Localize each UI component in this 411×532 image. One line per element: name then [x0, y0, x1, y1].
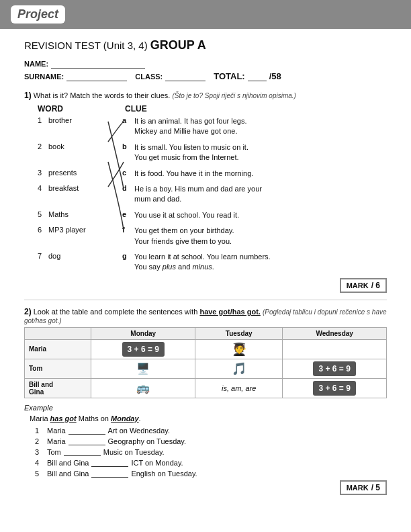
- total-value: /58: [269, 71, 281, 81]
- list-item: 2 Maria Geography on Tuesday.: [35, 437, 387, 445]
- billgina-monday: 🚌: [91, 378, 195, 398]
- surname-group: SURNAME:: [24, 72, 127, 81]
- sentence-text-before: Maria: [47, 437, 66, 445]
- fill-blank[interactable]: [91, 470, 128, 478]
- test-title: REVISION TEST (Unit 3, 4) GROUP A: [24, 38, 387, 52]
- billgina-tuesday: is, am, are: [195, 378, 283, 398]
- q1-number: 1): [24, 91, 32, 100]
- item-num: 1: [38, 116, 48, 124]
- item-word: MP3 player: [48, 226, 122, 234]
- total-group: TOTAL: /58: [214, 71, 281, 81]
- sentence-list: 1 Maria Art on Wednesday. 2 Maria Geogra…: [24, 427, 387, 478]
- clue-column-header: CLUE: [125, 104, 147, 114]
- item-word: brother: [48, 116, 122, 124]
- list-item: 3 Tom Music on Tuesday.: [35, 448, 387, 456]
- item-word: dog: [48, 252, 122, 260]
- table-header-wednesday: Wednesday: [283, 327, 387, 339]
- list-item: 1 brother a It is an animal. It has got …: [38, 116, 387, 137]
- item-num: 2: [38, 142, 48, 150]
- maria-monday: 3 + 6 = 9: [91, 339, 195, 359]
- list-item: 3 presents c It is food. You have it in …: [38, 169, 387, 179]
- sentence-text-after: Music on Tuesday.: [103, 448, 165, 456]
- item-word: presents: [48, 169, 122, 177]
- example-has-got: has got: [50, 414, 77, 423]
- fill-blank[interactable]: [64, 448, 101, 456]
- matching-container: 1 brother a It is an animal. It has got …: [24, 116, 387, 273]
- sentence-text-after: ICT on Monday.: [131, 459, 183, 467]
- schedule-table: Monday Tuesday Wednesday Maria 3 + 6 = 9…: [24, 327, 387, 398]
- item-word: breakfast: [48, 184, 122, 192]
- item-num: 3: [38, 169, 48, 177]
- q2-mark-value: / 5: [371, 483, 380, 492]
- is-am-are-text: is, am, are: [222, 384, 256, 392]
- billgina-wednesday: 3 + 6 = 9: [283, 378, 387, 398]
- item-letter: d: [122, 184, 134, 192]
- fill-blank[interactable]: [68, 437, 105, 445]
- example-label: Example: [24, 404, 387, 412]
- fill-blank[interactable]: [68, 427, 105, 435]
- train-icon: 🚌: [136, 382, 150, 394]
- table-row: Bill andGina 🚌 is, am, are 3 + 6 = 9: [25, 378, 387, 398]
- tom-tuesday: 🎵: [195, 359, 283, 378]
- sentence-text-after: Geography on Tuesday.: [108, 437, 187, 445]
- table-header-tuesday: Tuesday: [195, 327, 283, 339]
- item-letter: g: [122, 252, 134, 260]
- item-num: 5: [38, 210, 48, 218]
- list-item: 5 Bill and Gina English on Tuesday.: [35, 470, 387, 478]
- q1-mark-value: / 6: [371, 281, 380, 290]
- math-equation-2: 3 + 6 = 9: [313, 361, 355, 376]
- word-column-header: WORD: [38, 104, 125, 114]
- fill-blank[interactable]: [91, 459, 128, 467]
- q2-number: 2): [24, 307, 32, 316]
- sentence-num: 1: [35, 427, 46, 435]
- person-tom: Tom: [25, 359, 91, 378]
- item-clue: He is a boy. His mum and dad are yourmum…: [134, 184, 262, 205]
- q2-mark-label: MARK: [347, 484, 369, 492]
- tom-monday: 🖥️: [91, 359, 195, 378]
- test-title-prefix: REVISION TEST (Unit 3, 4): [24, 40, 148, 51]
- sentence-text-after: Art on Wednesday.: [108, 427, 171, 435]
- q2-header: 2) Look at the table and complete the se…: [24, 307, 387, 324]
- surname-field[interactable]: [66, 72, 127, 81]
- name-label: NAME:: [24, 60, 48, 68]
- person-maria: Maria: [25, 339, 91, 359]
- person-icon: 🧑‍🎓: [232, 343, 246, 356]
- item-clue: You get them on your birthday.Your frien…: [134, 226, 234, 247]
- person-icon-2: 🎵: [232, 362, 246, 375]
- info-row: SURNAME: CLASS: TOTAL: /58: [24, 71, 387, 81]
- class-field[interactable]: [165, 72, 205, 81]
- q1-mark-row: MARK / 6: [24, 278, 387, 293]
- name-field[interactable]: [51, 59, 145, 69]
- q1-header: 1) What is it? Match the words to their …: [24, 91, 387, 100]
- sentence-text-before: Bill and Gina: [47, 459, 89, 467]
- name-row: NAME:: [24, 59, 387, 69]
- item-word: book: [48, 142, 122, 150]
- sentence-text-before: Tom: [47, 448, 61, 456]
- list-item: 4 breakfast d He is a boy. His mum and d…: [38, 184, 387, 205]
- list-item: 1 Maria Art on Wednesday.: [35, 427, 387, 435]
- logo-text: Project: [17, 7, 58, 21]
- item-num: 6: [38, 226, 48, 234]
- word-clue-header: WORD CLUE: [24, 104, 387, 114]
- item-num: 7: [38, 252, 48, 260]
- item-word: Maths: [48, 210, 122, 218]
- sentence-num: 2: [35, 437, 46, 445]
- item-letter: f: [122, 226, 134, 234]
- q1-instruction-native: (Što je to? Spoji riječi s njihovim opis…: [172, 92, 296, 99]
- word-clue-list: 1 brother a It is an animal. It has got …: [24, 116, 387, 273]
- class-label: CLASS:: [135, 73, 163, 81]
- list-item: 7 dog g You learn it at school. You lear…: [38, 252, 387, 273]
- table-header-person: [25, 327, 91, 339]
- q2-instruction-start: Look at the table and complete the sente…: [34, 308, 198, 316]
- sentence-text-before: Maria: [47, 427, 66, 435]
- item-clue: It is food. You have it in the morning.: [134, 169, 253, 179]
- item-letter: e: [122, 210, 134, 218]
- math-equation: 3 + 6 = 9: [122, 342, 165, 357]
- person-bill-gina: Bill andGina: [25, 378, 91, 398]
- q2-instruction-highlight: have got/has got.: [199, 308, 260, 316]
- total-field: [248, 72, 267, 81]
- item-clue: You use it at school. You read it.: [134, 210, 239, 220]
- q2-mark-row: MARK / 5: [24, 480, 387, 495]
- test-title-group: GROUP A: [150, 38, 206, 52]
- item-letter: a: [122, 116, 134, 124]
